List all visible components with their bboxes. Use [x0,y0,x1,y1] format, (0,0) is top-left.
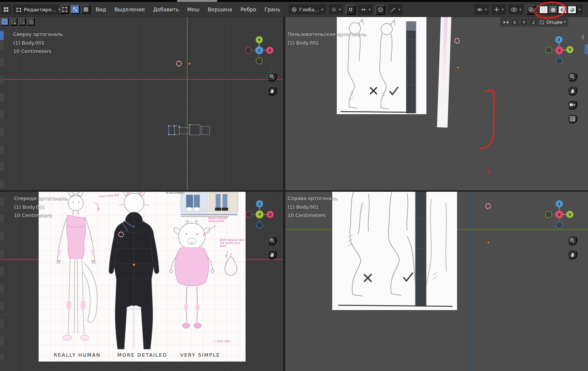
snap-toggle-button[interactable] [346,5,356,15]
grid-view-button[interactable] [567,113,577,124]
viewport-user-ortho[interactable]: Пользовательская ортогональ (1) Body.001… [285,17,588,190]
x-mark [364,274,372,282]
orientation-dropdown[interactable]: Глоба... ▾ [288,5,326,15]
visibility-dropdown[interactable]: ▾ [474,5,489,15]
reference-sketch [332,192,457,310]
figure-really-human [57,192,97,334]
object-origin [133,264,135,266]
zoom-button[interactable] [267,71,277,82]
sidebar-tab[interactable] [585,44,588,54]
pan-button[interactable] [267,249,277,259]
svg-text:-Y: -Y [258,213,261,217]
select-intersect-icon [28,19,34,25]
nav-gizmo[interactable]: Z Y X [544,35,574,65]
shading-rendered-button[interactable] [568,6,577,14]
viewport-right-ortho[interactable]: Справа ортогональ (1) Body.001 10 Centim… [285,192,588,371]
zoom-button[interactable] [567,235,577,245]
select-set-button[interactable] [1,18,9,26]
active-tool-tab[interactable] [0,31,4,40]
nav-gizmo[interactable]: Z Y X [544,199,574,230]
chevron-down-icon: ▾ [339,8,341,11]
reference-caption: REALLY HUMAN [54,352,99,358]
camera-view-button[interactable] [567,99,577,110]
transform-tools: Глоба... ▾ ▾ ▾ ▾ [288,5,403,15]
face-select-button[interactable] [81,5,90,14]
menu-view[interactable]: Вид [92,5,110,14]
pan-button[interactable] [567,85,577,96]
select-extend-button[interactable] [9,18,17,26]
face-select-icon [83,7,89,12]
figure-very-simple-clothing [175,248,208,328]
select-add-icon [11,19,16,25]
menu-mesh[interactable]: Меш [183,5,204,14]
menu-edge[interactable]: Ребро [236,5,260,14]
eye-icon [476,7,483,12]
proportional-editing-button[interactable] [375,5,385,15]
svg-text:X: X [269,49,271,53]
editor-type-button[interactable] [1,5,11,14]
topbar: Редактиро... ▾ Вид Выделение Добавить Ме… [0,2,588,17]
mesh-wireframe[interactable] [166,120,215,143]
toolbar-rail[interactable] [0,41,4,361]
viewport-front-ortho[interactable]: much more fluff FS AN ExAMPLE REALLY ROU… [0,192,283,371]
svg-text:Z: Z [558,38,560,42]
annotation-stroke [475,85,501,155]
pan-button[interactable] [567,249,577,259]
svg-text:Y: Y [568,213,571,217]
overlays-icon [511,7,517,12]
select-subtract-button[interactable] [18,18,26,26]
chevron-down-icon: ▾ [369,8,371,11]
hand-icon [269,88,275,94]
menu-add[interactable]: Добавить [149,5,183,14]
menu-vertex[interactable]: Вершина [204,5,236,14]
sidebar-expand-arrow[interactable]: ❮ [581,34,585,39]
zoom-button[interactable] [567,71,577,82]
rendered-sphere-icon [569,7,575,13]
viewport-top-ortho[interactable]: Сверху ортогональ (1) Body.001 10 Centim… [0,17,283,190]
photo-thumbnails [181,192,238,217]
zoom-button[interactable] [267,235,277,245]
select-intersect-button[interactable] [27,18,35,26]
menu-select[interactable]: Выделение [110,5,149,14]
edge-select-icon [73,7,78,12]
note-round-head: REALLY ROUND HEAD SHAPE [208,217,232,223]
scale-label: 10 Centimeters [288,213,326,218]
svg-text:X: X [269,213,272,217]
chevron-down-icon: ▾ [520,8,521,11]
pan-button[interactable] [267,85,277,96]
overlays-dropdown[interactable]: ▾ [509,5,524,15]
reference-caption: VERY SIMPLE [179,352,221,358]
nav-gizmo[interactable]: Z X -Y [244,199,275,230]
chevron-down-icon: ▾ [502,8,504,11]
ground-line [341,112,414,112]
chevron-down-icon[interactable]: ▾ [577,8,582,11]
edit-mode-icon [16,7,22,12]
vertex-select-button[interactable] [60,5,69,14]
falloff-dropdown[interactable]: ▾ [388,5,403,15]
axis-line-z [470,192,471,371]
menu-face[interactable]: Грань [260,5,285,14]
magnifier-plus-icon [569,73,576,80]
mirror-x-button[interactable]: X [511,19,518,26]
snap-target-dropdown[interactable]: ▾ [329,5,343,15]
mirror-y-button[interactable]: Y [520,19,528,26]
object-name-label: (1) Body.001 [13,40,44,46]
ground-line [338,305,453,306]
mode-dropdown-label: Редактиро... [24,7,56,12]
edge-select-button[interactable] [70,5,80,14]
viewport-divider-horizontal[interactable] [0,190,588,192]
note-example: FS AN ExAMPLE [166,192,196,194]
select-subtract-icon [20,19,25,25]
mode-dropdown[interactable]: Редактиро... ▾ [13,5,63,15]
cursor-3d [174,58,184,69]
reference-caption: MORE DETAILED [117,352,165,358]
snap-with-dropdown[interactable]: ▾ [358,5,373,15]
gizmos-dropdown[interactable]: ▾ [492,5,506,15]
cursor-3d [116,229,126,240]
magnifier-plus-icon [269,73,275,80]
reference-image-front: much more fluff FS AN ExAMPLE REALLY ROU… [39,192,246,362]
note-very-tiny: ← VERY TINY [213,340,244,343]
scale-label: 10 Centimeters [14,213,52,218]
nav-gizmo[interactable]: Y X Z [244,35,274,65]
viewport-divider-vertical[interactable] [283,17,285,371]
